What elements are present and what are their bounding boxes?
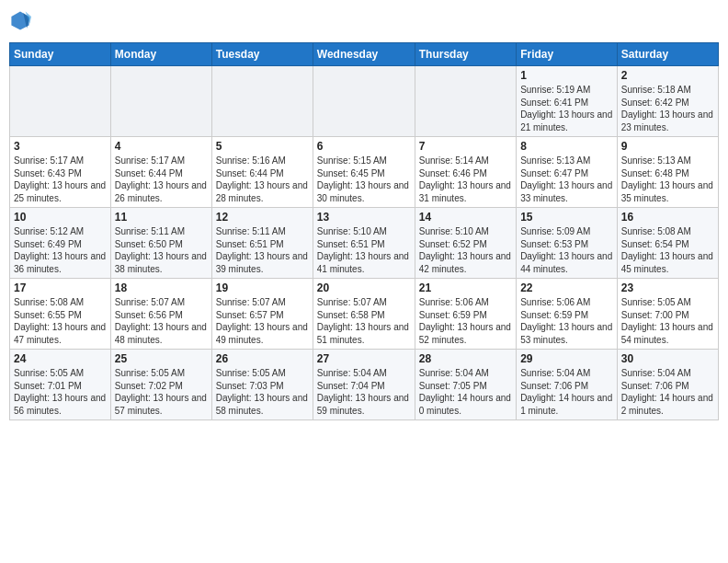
calendar-cell	[415, 66, 516, 137]
day-info: Sunrise: 5:10 AM Sunset: 6:51 PM Dayligh…	[317, 225, 411, 275]
calendar-cell: 5Sunrise: 5:16 AM Sunset: 6:44 PM Daylig…	[211, 137, 313, 208]
day-info: Sunrise: 5:13 AM Sunset: 6:48 PM Dayligh…	[621, 155, 714, 204]
day-number: 14	[419, 211, 512, 224]
calendar-cell: 19Sunrise: 5:07 AM Sunset: 6:57 PM Dayli…	[211, 279, 313, 350]
calendar-cell: 26Sunrise: 5:05 AM Sunset: 7:03 PM Dayli…	[211, 350, 313, 420]
day-info: Sunrise: 5:17 AM Sunset: 6:43 PM Dayligh…	[14, 155, 107, 204]
weekday-header-tuesday: Tuesday	[211, 43, 313, 66]
calendar-table: SundayMondayTuesdayWednesdayThursdayFrid…	[9, 42, 719, 420]
calendar-cell	[110, 66, 211, 137]
day-info: Sunrise: 5:05 AM Sunset: 7:03 PM Dayligh…	[216, 367, 309, 417]
calendar-cell	[211, 66, 313, 137]
day-number: 21	[419, 282, 512, 294]
calendar-week-row: 17Sunrise: 5:08 AM Sunset: 6:55 PM Dayli…	[10, 279, 719, 350]
calendar-week-row: 10Sunrise: 5:12 AM Sunset: 6:49 PM Dayli…	[10, 208, 719, 279]
day-info: Sunrise: 5:07 AM Sunset: 6:56 PM Dayligh…	[115, 296, 208, 346]
day-info: Sunrise: 5:12 AM Sunset: 6:49 PM Dayligh…	[14, 225, 107, 275]
day-info: Sunrise: 5:18 AM Sunset: 6:42 PM Dayligh…	[621, 84, 714, 133]
calendar-cell: 28Sunrise: 5:04 AM Sunset: 7:05 PM Dayli…	[415, 350, 516, 420]
day-number: 18	[115, 282, 208, 294]
page-header	[9, 9, 719, 35]
day-number: 24	[14, 352, 107, 365]
weekday-header-thursday: Thursday	[415, 43, 516, 66]
day-number: 27	[317, 352, 411, 365]
weekday-header-saturday: Saturday	[617, 43, 718, 66]
day-number: 15	[520, 211, 613, 224]
calendar-cell: 18Sunrise: 5:07 AM Sunset: 6:56 PM Dayli…	[110, 279, 211, 350]
day-info: Sunrise: 5:04 AM Sunset: 7:06 PM Dayligh…	[520, 367, 613, 417]
calendar-week-row: 24Sunrise: 5:05 AM Sunset: 7:01 PM Dayli…	[10, 350, 719, 420]
calendar-cell	[10, 66, 111, 137]
app-logo	[9, 9, 33, 35]
calendar-cell: 22Sunrise: 5:06 AM Sunset: 6:59 PM Dayli…	[517, 279, 618, 350]
calendar-cell: 20Sunrise: 5:07 AM Sunset: 6:58 PM Dayli…	[313, 279, 415, 350]
day-info: Sunrise: 5:11 AM Sunset: 6:51 PM Dayligh…	[216, 225, 309, 275]
day-info: Sunrise: 5:04 AM Sunset: 7:05 PM Dayligh…	[419, 367, 512, 417]
calendar-cell: 17Sunrise: 5:08 AM Sunset: 6:55 PM Dayli…	[10, 279, 111, 350]
day-info: Sunrise: 5:19 AM Sunset: 6:41 PM Dayligh…	[520, 84, 613, 133]
calendar-cell: 14Sunrise: 5:10 AM Sunset: 6:52 PM Dayli…	[415, 208, 516, 279]
weekday-header-wednesday: Wednesday	[313, 43, 415, 66]
calendar-cell: 21Sunrise: 5:06 AM Sunset: 6:59 PM Dayli…	[415, 279, 516, 350]
day-number: 16	[621, 211, 714, 224]
day-info: Sunrise: 5:07 AM Sunset: 6:57 PM Dayligh…	[216, 296, 309, 346]
weekday-header-monday: Monday	[110, 43, 211, 66]
day-info: Sunrise: 5:05 AM Sunset: 7:01 PM Dayligh…	[14, 367, 107, 417]
day-info: Sunrise: 5:04 AM Sunset: 7:04 PM Dayligh…	[317, 367, 411, 417]
day-number: 2	[621, 69, 714, 82]
day-number: 1	[520, 69, 613, 82]
calendar-cell: 15Sunrise: 5:09 AM Sunset: 6:53 PM Dayli…	[517, 208, 618, 279]
calendar-cell: 16Sunrise: 5:08 AM Sunset: 6:54 PM Dayli…	[617, 208, 718, 279]
calendar-cell: 2Sunrise: 5:18 AM Sunset: 6:42 PM Daylig…	[617, 66, 718, 137]
calendar-header: SundayMondayTuesdayWednesdayThursdayFrid…	[10, 43, 719, 66]
day-info: Sunrise: 5:06 AM Sunset: 6:59 PM Dayligh…	[520, 296, 613, 346]
day-number: 13	[317, 211, 411, 224]
day-info: Sunrise: 5:04 AM Sunset: 7:06 PM Dayligh…	[621, 367, 714, 417]
day-number: 11	[115, 211, 208, 224]
day-number: 22	[520, 282, 613, 294]
day-number: 30	[621, 352, 714, 365]
day-number: 10	[14, 211, 107, 224]
day-number: 12	[216, 211, 309, 224]
day-info: Sunrise: 5:14 AM Sunset: 6:46 PM Dayligh…	[419, 155, 512, 204]
weekday-header-row: SundayMondayTuesdayWednesdayThursdayFrid…	[10, 43, 719, 66]
day-number: 17	[14, 282, 107, 294]
day-info: Sunrise: 5:05 AM Sunset: 7:02 PM Dayligh…	[115, 367, 208, 417]
day-number: 20	[317, 282, 411, 294]
calendar-cell: 30Sunrise: 5:04 AM Sunset: 7:06 PM Dayli…	[617, 350, 718, 420]
day-number: 6	[317, 140, 411, 153]
day-number: 29	[520, 352, 613, 365]
day-number: 19	[216, 282, 309, 294]
calendar-cell: 4Sunrise: 5:17 AM Sunset: 6:44 PM Daylig…	[110, 137, 211, 208]
calendar-cell: 12Sunrise: 5:11 AM Sunset: 6:51 PM Dayli…	[211, 208, 313, 279]
day-number: 3	[14, 140, 107, 153]
day-info: Sunrise: 5:13 AM Sunset: 6:47 PM Dayligh…	[520, 155, 613, 204]
day-info: Sunrise: 5:07 AM Sunset: 6:58 PM Dayligh…	[317, 296, 411, 346]
day-number: 26	[216, 352, 309, 365]
calendar-week-row: 1Sunrise: 5:19 AM Sunset: 6:41 PM Daylig…	[10, 66, 719, 137]
calendar-cell: 6Sunrise: 5:15 AM Sunset: 6:45 PM Daylig…	[313, 137, 415, 208]
day-number: 9	[621, 140, 714, 153]
day-number: 8	[520, 140, 613, 153]
calendar-cell: 7Sunrise: 5:14 AM Sunset: 6:46 PM Daylig…	[415, 137, 516, 208]
logo-icon	[9, 9, 31, 31]
calendar-cell	[313, 66, 415, 137]
calendar-cell: 23Sunrise: 5:05 AM Sunset: 7:00 PM Dayli…	[617, 279, 718, 350]
day-number: 4	[115, 140, 208, 153]
day-number: 23	[621, 282, 714, 294]
day-info: Sunrise: 5:06 AM Sunset: 6:59 PM Dayligh…	[419, 296, 512, 346]
day-info: Sunrise: 5:11 AM Sunset: 6:50 PM Dayligh…	[115, 225, 208, 275]
weekday-header-friday: Friday	[517, 43, 618, 66]
day-info: Sunrise: 5:08 AM Sunset: 6:55 PM Dayligh…	[14, 296, 107, 346]
day-number: 28	[419, 352, 512, 365]
calendar-cell: 8Sunrise: 5:13 AM Sunset: 6:47 PM Daylig…	[517, 137, 618, 208]
calendar-cell: 11Sunrise: 5:11 AM Sunset: 6:50 PM Dayli…	[110, 208, 211, 279]
calendar-cell: 27Sunrise: 5:04 AM Sunset: 7:04 PM Dayli…	[313, 350, 415, 420]
weekday-header-sunday: Sunday	[10, 43, 111, 66]
calendar-cell: 10Sunrise: 5:12 AM Sunset: 6:49 PM Dayli…	[10, 208, 111, 279]
day-info: Sunrise: 5:10 AM Sunset: 6:52 PM Dayligh…	[419, 225, 512, 275]
calendar-cell: 13Sunrise: 5:10 AM Sunset: 6:51 PM Dayli…	[313, 208, 415, 279]
calendar-week-row: 3Sunrise: 5:17 AM Sunset: 6:43 PM Daylig…	[10, 137, 719, 208]
calendar-cell: 29Sunrise: 5:04 AM Sunset: 7:06 PM Dayli…	[517, 350, 618, 420]
calendar-cell: 3Sunrise: 5:17 AM Sunset: 6:43 PM Daylig…	[10, 137, 111, 208]
